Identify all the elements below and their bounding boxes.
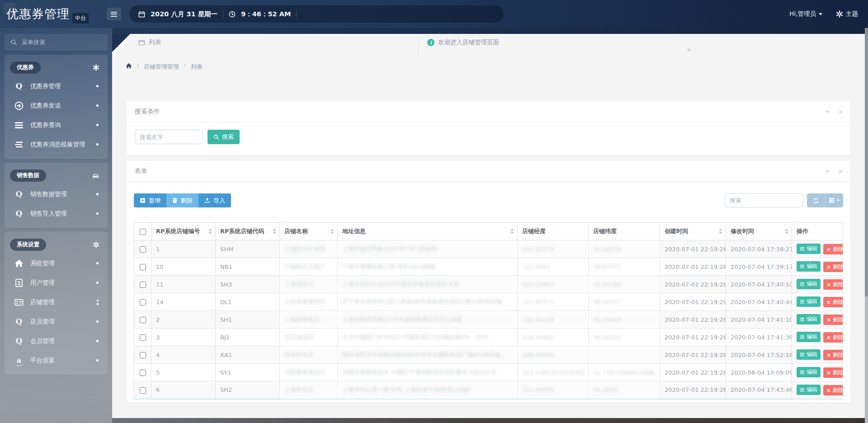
theme-button[interactable]: 主题 [836, 10, 858, 18]
sort-icon[interactable] [785, 229, 788, 234]
edit-button-label: 编辑 [807, 368, 817, 376]
sidebar-item[interactable]: 店铺管理 [5, 292, 108, 312]
edit-row-button[interactable]: 编辑 [797, 349, 821, 360]
close-panel-icon[interactable]: × [838, 168, 843, 174]
sidebar-item[interactable]: 优惠券查询 [5, 115, 108, 135]
delete-row-button[interactable]: ×删除 [823, 262, 843, 272]
edit-row-button[interactable]: 编辑 [797, 332, 821, 342]
row-checkbox[interactable] [140, 370, 146, 376]
delete-row-button[interactable]: ×删除 [823, 332, 843, 343]
table-body: 1SHM上海生活艺术馆上海市南京西路1333号7号门西苑亭121.4517431… [134, 240, 843, 399]
sidebar-item[interactable]: Q销售数据管理 [5, 184, 108, 204]
shop-id-cell: 1 [151, 240, 216, 258]
edit-row-button[interactable]: 编辑 [797, 367, 821, 377]
delete-row-button[interactable]: ×删除 [823, 244, 843, 254]
table-search-input[interactable] [725, 193, 803, 207]
menu-search-input[interactable]: 菜单搜索 [5, 34, 108, 51]
row-checkbox[interactable] [140, 246, 146, 253]
collapse-chevron-icon[interactable] [825, 108, 830, 114]
delete-row-button[interactable]: ×删除 [823, 279, 843, 290]
sidebar-item[interactable]: Q会员管理 [5, 331, 108, 351]
row-checkbox[interactable] [140, 387, 146, 394]
sidebar-section-header[interactable]: 系统设置 [5, 235, 108, 254]
import-button[interactable]: 导入 [198, 193, 231, 207]
sidebar-item[interactable]: a平台设置 [5, 351, 108, 370]
sort-icon[interactable] [273, 229, 276, 234]
sidebar-item[interactable]: 优惠券消息模板管理 [5, 135, 108, 154]
delete-row-button[interactable]: ×删除 [823, 315, 843, 325]
chevron-right-icon: › [137, 63, 139, 69]
shop-name-cell: 西安中大店 [280, 346, 338, 364]
search-button[interactable]: 搜索 [208, 130, 240, 144]
column-header[interactable]: RP系统店铺编号 [151, 223, 216, 240]
delete-button-label: 删除 [833, 263, 843, 271]
shop-address-cell: 沈阳市香格里拉店 中国辽宁省沈阳市沈河区青年大街115号 [338, 364, 518, 381]
add-button[interactable]: 新增 [134, 193, 166, 207]
edit-row-button[interactable]: 编辑 [797, 385, 821, 395]
sidebar-item[interactable]: 系统管理 [5, 254, 108, 273]
row-checkbox[interactable] [140, 334, 146, 341]
divider [223, 10, 223, 18]
table-row: 14DL1大连香格里拉店辽宁省大连市中山区人民路66号香格里拉酒店1楼大堂5R店… [134, 293, 843, 311]
sidebar-section-header[interactable]: 优惠券 [5, 58, 108, 76]
column-header[interactable]: 修改时间 [726, 223, 792, 240]
edit-row-button[interactable]: 编辑 [797, 261, 821, 272]
dashed-divider [418, 36, 419, 55]
home-icon[interactable] [126, 63, 132, 69]
column-header[interactable]: 创建时间 [660, 223, 726, 240]
delete-row-button[interactable]: ×删除 [823, 297, 843, 307]
row-checkbox[interactable] [140, 282, 146, 288]
breadcrumb-link[interactable]: 店铺管理管理 [144, 63, 179, 71]
column-header[interactable]: 地址信息 [338, 223, 518, 240]
delete-button[interactable]: 删除 [166, 193, 198, 207]
user-menu[interactable]: Hi,管理员 [789, 10, 822, 18]
refresh-button[interactable] [807, 193, 825, 207]
q-icon: Q [14, 190, 24, 198]
sidebar-item[interactable]: Q销售导入管理 [5, 204, 108, 223]
page-scrollbar[interactable] [865, 28, 868, 423]
current-time: 9：46：52 AM [241, 10, 291, 19]
sort-icon[interactable] [719, 229, 722, 234]
columns-dropdown-button[interactable] [825, 193, 843, 207]
sort-icon[interactable] [330, 229, 334, 234]
q-icon: Q [14, 210, 24, 217]
shop-longitude-cell: 121.50967 [518, 276, 589, 293]
sidebar-item[interactable]: 用户管理 [5, 273, 108, 292]
edit-row-button[interactable]: 编辑 [797, 244, 821, 254]
sort-icon[interactable] [208, 229, 212, 234]
collapse-chevron-icon[interactable] [825, 168, 830, 174]
row-checkbox[interactable] [140, 317, 146, 323]
scrollbar-thumb[interactable] [865, 28, 868, 296]
sidebar-item[interactable]: 优惠券发送 [5, 96, 108, 115]
tab-list[interactable]: 列表 [138, 34, 161, 51]
column-header[interactable]: 店铺名称 [280, 223, 338, 240]
close-icon[interactable]: × [686, 47, 692, 53]
created-time-cell: 2020-07-01 22:19:28 [660, 240, 726, 258]
sidebar-item[interactable]: Q优惠券管理 [5, 76, 108, 96]
sidebar-section-header[interactable]: 销售数据 [5, 166, 108, 184]
row-checkbox[interactable] [140, 352, 146, 358]
edit-row-button[interactable]: 编辑 [797, 296, 821, 307]
sidebar-item[interactable]: Q店员管理 [5, 312, 108, 331]
edit-row-button[interactable]: 编辑 [797, 314, 821, 324]
actions-cell: 编辑×删除 [792, 311, 843, 329]
row-checkbox[interactable] [140, 299, 146, 306]
select-all-checkbox[interactable] [140, 229, 146, 235]
edit-row-button[interactable]: 编辑 [797, 279, 821, 289]
delete-row-button[interactable]: ×删除 [823, 385, 843, 395]
breadcrumb-link[interactable]: 列表 [191, 63, 203, 71]
shop-code-cell: SH3 [216, 276, 280, 293]
hamburger-icon [111, 10, 117, 18]
row-checkbox[interactable] [140, 264, 146, 270]
edit-icon [800, 264, 805, 269]
sidebar-toggle-button[interactable] [107, 8, 121, 20]
delete-row-button[interactable]: ×删除 [823, 367, 843, 378]
delete-button-label: 删除 [833, 386, 843, 394]
bullet-icon [96, 340, 99, 342]
column-header[interactable]: RP系统店铺代码 [216, 223, 280, 240]
sort-icon[interactable] [510, 229, 514, 234]
close-panel-icon[interactable]: × [838, 108, 843, 115]
delete-row-button[interactable]: ×删除 [823, 350, 843, 360]
shop-id-cell: 3 [151, 329, 216, 346]
search-name-input[interactable] [135, 130, 203, 144]
